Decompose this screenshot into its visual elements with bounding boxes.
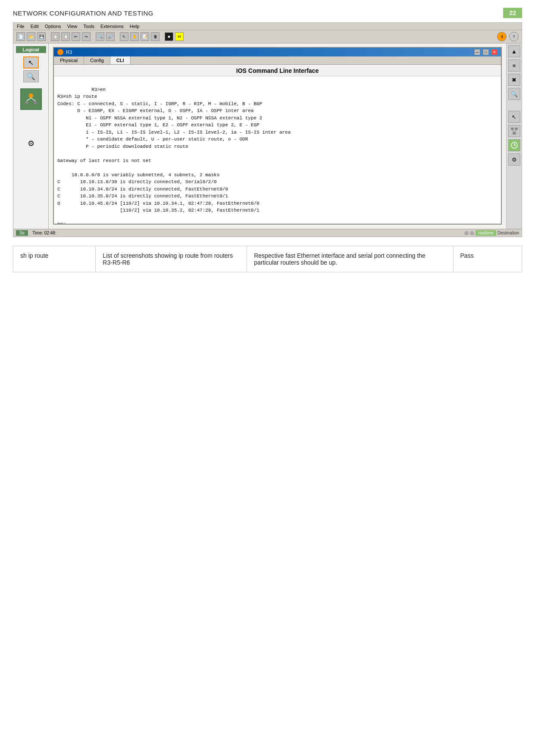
- menu-edit[interactable]: Edit: [31, 24, 39, 29]
- table-cell-command: sh ip route: [13, 246, 96, 272]
- right-icon-list[interactable]: ≡: [508, 59, 520, 72]
- close-button[interactable]: ✕: [491, 49, 497, 55]
- tab-config[interactable]: Config: [84, 56, 110, 64]
- toolbar-move[interactable]: ✋: [130, 32, 139, 41]
- toolbar-zoom-out[interactable]: 🔎: [106, 32, 115, 41]
- cli-titlebar-title: R3: [57, 49, 72, 55]
- router-icon: [57, 49, 63, 55]
- sidebar-pointer-icon[interactable]: ↖: [23, 56, 39, 69]
- sidebar-network-icon: [20, 88, 42, 110]
- logical-tab[interactable]: Se: [16, 230, 28, 236]
- data-table: sh ip route List of screenshots showing …: [13, 246, 522, 272]
- toolbar-save[interactable]: 💾: [37, 32, 46, 41]
- right-icon-arrow-up[interactable]: ▲: [508, 45, 520, 57]
- toolbar-undo[interactable]: ↩: [72, 32, 80, 41]
- table-row: sh ip route List of screenshots showing …: [13, 246, 522, 272]
- status-dot-1: [464, 231, 469, 235]
- sidebar-label: Logical: [16, 46, 46, 53]
- table-cell-description: List of screenshots showing ip route fro…: [96, 246, 247, 272]
- svg-rect-6: [515, 128, 518, 130]
- toolbar-note[interactable]: 📝: [141, 32, 149, 41]
- destination-label: Destination: [497, 231, 519, 235]
- menu-file[interactable]: File: [17, 24, 25, 29]
- pt-sidebar: Logical ↖ 🔍 ⚙: [13, 44, 49, 229]
- cli-titlebar: R3 — □ ✕: [54, 48, 501, 56]
- toolbar-info[interactable]: ℹ: [497, 32, 507, 41]
- toolbar-delete[interactable]: 🗑: [151, 32, 160, 41]
- right-icon-cursor[interactable]: ↖: [508, 111, 520, 123]
- right-icon-search[interactable]: 🔍: [508, 88, 520, 100]
- toolbar-paste[interactable]: 📋: [61, 32, 70, 41]
- pt-window: File Edit Options View Tools Extensions …: [13, 22, 522, 237]
- minimize-button[interactable]: —: [474, 49, 480, 55]
- svg-rect-5: [511, 128, 514, 130]
- menubar: File Edit Options View Tools Extensions …: [13, 23, 522, 30]
- svg-line-9: [514, 130, 516, 132]
- toolbar-new[interactable]: 📄: [16, 32, 25, 41]
- toolbar-help[interactable]: ?: [509, 32, 519, 41]
- cli-content[interactable]: R3>en R3#sh ip route Codes: C - connecte…: [54, 76, 501, 224]
- right-icon-network1[interactable]: [508, 125, 520, 137]
- toolbar-copy[interactable]: 📋: [51, 32, 59, 41]
- svg-line-8: [512, 130, 514, 132]
- svg-line-3: [27, 98, 31, 101]
- cli-header: IOS Command Line Interface: [54, 65, 501, 76]
- menu-tools[interactable]: Tools: [83, 24, 94, 29]
- cli-tabs: Physical Config CLI: [54, 56, 501, 65]
- tab-cli[interactable]: CLI: [110, 56, 131, 64]
- toolbar-highlight[interactable]: H: [175, 32, 184, 41]
- sidebar-gear-icon[interactable]: ⚙: [23, 137, 39, 150]
- menu-options[interactable]: Options: [45, 24, 61, 29]
- cli-window-title: R3: [66, 50, 72, 55]
- pt-right-panel: ▲ ≡ ✖ 🔍 ↖: [506, 44, 522, 229]
- svg-line-4: [31, 98, 35, 101]
- page-number: 22: [503, 8, 522, 18]
- cli-output: R3>en R3#sh ip route Codes: C - connecte…: [57, 87, 291, 224]
- right-icon-realtime[interactable]: [508, 139, 520, 151]
- cli-window: R3 — □ ✕ Physical Config CLI: [53, 47, 502, 225]
- toolbar-open[interactable]: 📂: [27, 32, 35, 41]
- menu-extensions[interactable]: Extensions: [100, 24, 124, 29]
- main-content: File Edit Options View Tools Extensions …: [0, 22, 535, 272]
- pt-viewport: R3 — □ ✕ Physical Config CLI: [49, 44, 506, 229]
- pt-bottombar: Se Time: 02:48: realtime Destination: [13, 229, 522, 237]
- status-dot-2: [470, 231, 474, 235]
- table-cell-result: Pass: [453, 246, 522, 272]
- cli-titlebar-controls: — □ ✕: [474, 49, 497, 55]
- right-icon-close[interactable]: ✖: [508, 74, 520, 86]
- realtime-button[interactable]: realtime: [476, 230, 496, 236]
- table-cell-expected: Respective fast Ethernet interface and s…: [247, 246, 453, 272]
- page-header: NETWORK CONFIGURATION AND TESTING 22: [0, 0, 535, 22]
- pt-time: Time: 02:48:: [32, 231, 56, 235]
- toolbar-redo[interactable]: ↪: [82, 32, 91, 41]
- pt-body: Logical ↖ 🔍 ⚙: [13, 44, 522, 229]
- right-icon-settings[interactable]: ⚙: [508, 153, 520, 166]
- table-section: sh ip route List of screenshots showing …: [13, 246, 522, 272]
- menu-view[interactable]: View: [67, 24, 78, 29]
- toolbar-palette[interactable]: ■: [165, 32, 173, 41]
- svg-point-2: [34, 101, 37, 104]
- menu-help[interactable]: Help: [130, 24, 140, 29]
- toolbar: 📄 📂 💾 📋 📋 ↩ ↪ 🔍 🔎 ↖ ✋ 📝 🗑 ■ H ℹ ?: [13, 30, 522, 44]
- tab-physical[interactable]: Physical: [54, 56, 84, 64]
- toolbar-zoom-in[interactable]: 🔍: [96, 32, 104, 41]
- svg-rect-7: [513, 132, 516, 134]
- svg-point-1: [25, 101, 28, 104]
- toolbar-pointer[interactable]: ↖: [120, 32, 128, 41]
- svg-point-0: [29, 94, 33, 98]
- sidebar-search-icon[interactable]: 🔍: [23, 70, 39, 82]
- maximize-button[interactable]: □: [483, 49, 489, 55]
- page-title: NETWORK CONFIGURATION AND TESTING: [13, 9, 153, 17]
